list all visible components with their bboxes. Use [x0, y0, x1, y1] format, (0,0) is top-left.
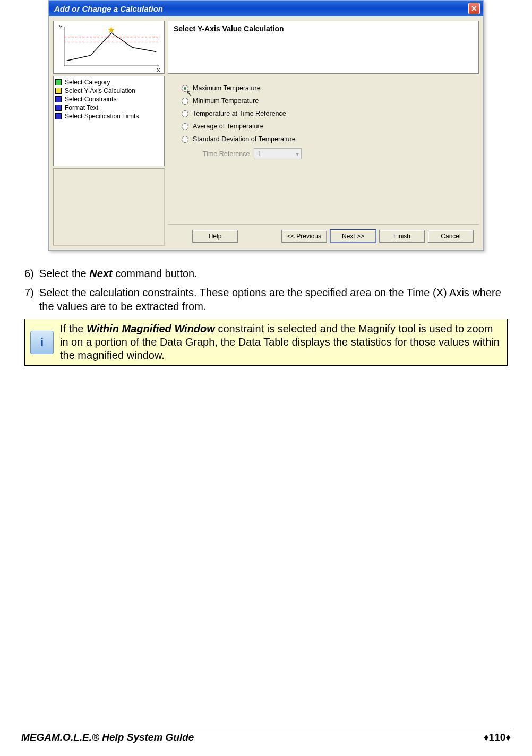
radio-label: Average of Temperature: [193, 123, 264, 130]
radio-icon: [182, 110, 188, 117]
time-reference-row: Time Reference 1 ▾: [203, 148, 471, 159]
preview-graph: Y X ★: [53, 21, 165, 74]
page-footer: MEGAM.O.L.E.® Help System Guide ♦110♦: [21, 728, 511, 743]
window-title: Add or Change a Calculation: [54, 4, 163, 13]
time-reference-value: 1: [258, 150, 261, 158]
chevron-down-icon: ▾: [296, 150, 299, 158]
sidebar-item-label: Select Y-Axis Calculation: [65, 87, 135, 94]
next-button[interactable]: Next >>: [330, 230, 376, 243]
radio-label: Standard Deviation of Temperature: [193, 135, 296, 143]
swatch-icon: [55, 96, 62, 102]
sidebar-spacer: [53, 168, 165, 246]
radio-min-temp[interactable]: Minimum Temperature: [182, 97, 471, 105]
radio-icon: [182, 123, 188, 130]
sidebar-item-category[interactable]: Select Category: [55, 78, 162, 87]
button-bar: Help << Previous Next >> Finish Cancel: [168, 224, 479, 246]
help-button[interactable]: Help: [192, 230, 238, 243]
swatch-icon: [55, 88, 62, 94]
options-panel: Maximum Temperature ↖ Minimum Temperatur…: [168, 74, 479, 224]
star-icon: ★: [107, 25, 115, 35]
dialog-window: Add or Change a Calculation ✕ Y X ★: [48, 0, 484, 251]
radio-label: Minimum Temperature: [193, 97, 259, 105]
radio-icon: [182, 136, 188, 143]
instruction-steps: 6) Select the Next command button. 7) Se…: [21, 267, 511, 313]
sidebar-item-label: Select Category: [65, 79, 110, 86]
close-icon[interactable]: ✕: [468, 3, 480, 14]
cancel-button[interactable]: Cancel: [428, 230, 474, 243]
radio-label: Temperature at Time Reference: [193, 110, 286, 117]
footer-left: MEGAM.O.L.E.® Help System Guide: [21, 732, 194, 743]
sidebar-item-constraints[interactable]: Select Constraints: [55, 95, 162, 104]
step-text: Select the calculation constraints. Thes…: [39, 286, 508, 313]
note-text: If the Within Magnified Window constrain…: [60, 322, 502, 362]
finish-button[interactable]: Finish: [379, 230, 425, 243]
previous-button[interactable]: << Previous: [281, 230, 327, 243]
info-icon: i: [30, 331, 54, 354]
sidebar-item-label: Select Specification Limits: [65, 113, 139, 120]
sidebar-item-label: Format Text: [65, 104, 98, 111]
swatch-icon: [55, 79, 62, 85]
step-7: 7) Select the calculation constraints. T…: [24, 286, 508, 313]
axis-y-label: Y: [59, 24, 63, 30]
sidebar-item-format[interactable]: Format Text: [55, 104, 162, 112]
footer-page: ♦110♦: [484, 732, 511, 743]
step-number: 7): [24, 286, 34, 313]
note-callout: i If the Within Magnified Window constra…: [24, 319, 508, 366]
step-text: Select the Next command button.: [39, 267, 198, 280]
time-reference-select: 1 ▾: [254, 148, 302, 159]
wizard-step-list: Select Category Select Y-Axis Calculatio…: [53, 76, 165, 166]
step-number: 6): [24, 267, 34, 280]
radio-max-temp[interactable]: Maximum Temperature ↖: [182, 84, 471, 92]
panel-heading: Select Y-Axis Value Calculation: [168, 21, 479, 74]
radio-icon: [182, 85, 188, 92]
radio-average[interactable]: Average of Temperature: [182, 123, 471, 130]
swatch-icon: [55, 113, 62, 119]
radio-icon: [182, 98, 188, 105]
radio-stddev[interactable]: Standard Deviation of Temperature: [182, 135, 471, 143]
axis-x-label: X: [157, 67, 160, 73]
step-6: 6) Select the Next command button.: [24, 267, 508, 280]
titlebar: Add or Change a Calculation ✕: [49, 1, 483, 16]
swatch-icon: [55, 105, 62, 111]
radio-at-timeref[interactable]: Temperature at Time Reference: [182, 110, 471, 117]
sidebar-item-yaxis[interactable]: Select Y-Axis Calculation: [55, 87, 162, 95]
time-reference-label: Time Reference: [203, 150, 250, 158]
radio-label: Maximum Temperature: [193, 84, 261, 92]
sidebar-item-speclimits[interactable]: Select Specification Limits: [55, 112, 162, 121]
sidebar-item-label: Select Constraints: [65, 96, 116, 103]
